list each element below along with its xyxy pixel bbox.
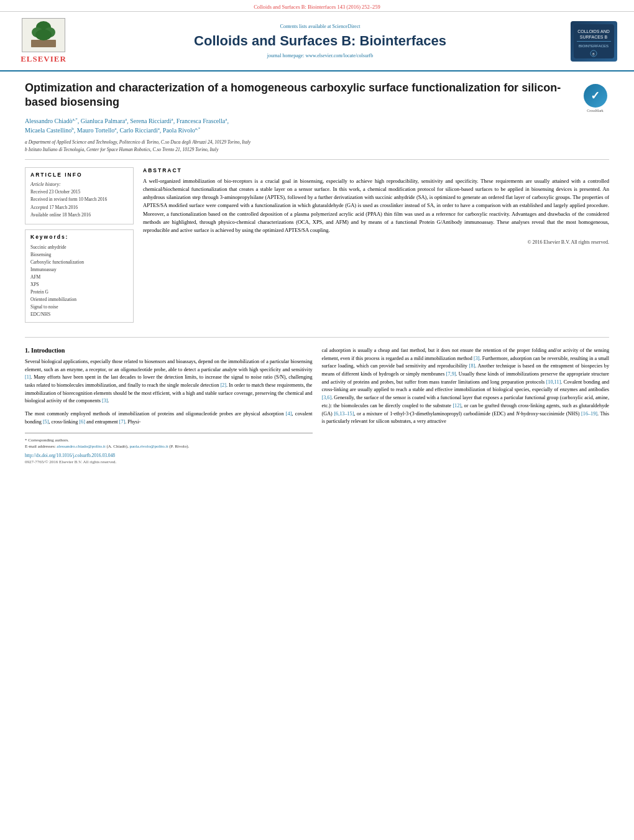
ref-1: [1]	[25, 374, 31, 380]
journal-title: Colloids and Surfaces B: Biointerfaces	[87, 33, 553, 49]
keyword-1: Succinic anhydride	[30, 244, 128, 251]
keywords-label: Keywords:	[30, 234, 128, 240]
content-right: cal adsorption is usually a cheap and fa…	[322, 347, 610, 464]
ref-61315: [6,13–15]	[334, 411, 354, 417]
svg-text:BIOINTERFACES: BIOINTERFACES	[578, 44, 608, 48]
received-date: Received 23 October 2015	[30, 189, 128, 196]
title-section: Optimization and characterization of a h…	[25, 81, 609, 160]
available-date: Available online 18 March 2016	[30, 212, 128, 219]
title-content: Optimization and characterization of a h…	[25, 81, 572, 153]
ref-4: [4]	[286, 411, 292, 417]
main-content: 1. Introduction Several biological appli…	[25, 347, 609, 464]
email-1[interactable]: alessandro.chiado@polito.it	[57, 444, 105, 449]
ref-1619: [16–19]	[581, 411, 597, 417]
article-info-column: ARTICLE INFO Article history: Received 2…	[25, 167, 134, 328]
affiliation-a: a Department of Applied Science and Tech…	[25, 139, 572, 145]
keyword-3: Carboxylic functionalization	[30, 259, 128, 266]
crossmark-icon: ✓	[584, 84, 607, 108]
ref-12: [12]	[453, 403, 461, 408]
intro-heading: 1. Introduction	[25, 347, 313, 354]
keywords-box: Keywords: Succinic anhydride Biosensing …	[25, 229, 134, 323]
sciencedirect-link[interactable]: ScienceDirect	[333, 24, 361, 29]
ref-79: [7,9]	[446, 371, 456, 377]
article-info-abstract-section: ARTICLE INFO Article history: Received 2…	[25, 167, 609, 338]
doi-line[interactable]: http://dx.doi.org/10.1016/j.colsurfb.201…	[25, 453, 313, 458]
email-note: E-mail addresses: alessandro.chiado@poli…	[25, 443, 313, 450]
article-body: Optimization and characterization of a h…	[0, 72, 634, 477]
article-info-box: ARTICLE INFO Article history: Received 2…	[25, 167, 134, 224]
svg-rect-0	[31, 40, 56, 47]
svg-rect-9	[577, 41, 611, 42]
svg-text:COLLOIDS AND: COLLOIDS AND	[577, 29, 610, 34]
journal-logo-box: COLLOIDS AND SURFACES B BIOINTERFACES B	[571, 21, 617, 62]
elsevier-tree-icon	[22, 18, 65, 52]
journal-header: ELSEVIER Contents lists available at Sci…	[0, 12, 634, 72]
ref-6: [6]	[79, 419, 85, 425]
elsevier-text: ELSEVIER	[21, 54, 67, 64]
abstract-text: A well-organized immobilization of bio-r…	[143, 177, 609, 234]
ref-3r: [3]	[474, 356, 480, 361]
ref-7: [7]	[119, 419, 126, 425]
keywords-list: Succinic anhydride Biosensing Carboxylic…	[30, 244, 128, 318]
article-title: Optimization and characterization of a h…	[25, 81, 572, 110]
ref-3: [3]	[102, 398, 108, 404]
journal-citation-bar: Colloids and Surfaces B: Biointerfaces 1…	[0, 0, 634, 12]
journal-citation: Colloids and Surfaces B: Biointerfaces 1…	[254, 4, 380, 10]
homepage-link[interactable]: www.elsevier.com/locate/colsurfb	[305, 53, 373, 58]
article-info-label: ARTICLE INFO	[30, 172, 128, 178]
keyword-7: Protein G	[30, 288, 128, 296]
crossmark-text: CrossMark	[587, 109, 604, 113]
accepted-date: Accepted 17 March 2016	[30, 205, 128, 211]
abstract-copyright: © 2016 Elsevier B.V. All rights reserved…	[143, 239, 609, 245]
elsevier-logo: ELSEVIER	[12, 18, 75, 64]
content-left: 1. Introduction Several biological appli…	[25, 347, 313, 464]
history-label: Article history:	[30, 182, 128, 187]
crossmark-badge: ✓ CrossMark	[581, 81, 609, 153]
keyword-9: Signal to noise	[30, 303, 128, 311]
sciencedirect-line: Contents lists available at ScienceDirec…	[87, 24, 553, 29]
ref-2: [2]	[220, 382, 226, 388]
abstract-label: ABSTRACT	[143, 167, 609, 173]
journal-header-center: Contents lists available at ScienceDirec…	[75, 24, 566, 58]
keyword-10: EDC/NHS	[30, 311, 128, 318]
svg-text:SURFACES B: SURFACES B	[579, 35, 607, 39]
intro-paragraph-2: The most commonly employed methods of im…	[25, 410, 313, 426]
intro-paragraph-1: Several biological applications, especia…	[25, 358, 313, 405]
keyword-2: Biosensing	[30, 251, 128, 259]
journal-right-logo: COLLOIDS AND SURFACES B BIOINTERFACES B	[566, 21, 622, 62]
svg-point-5	[35, 29, 52, 40]
copyright-footer: 0927-7765/© 2016 Elsevier B.V. All right…	[25, 459, 313, 464]
footnotes-section: * Corresponding authors. E-mail addresse…	[25, 433, 313, 464]
journal-homepage: journal homepage: www.elsevier.com/locat…	[87, 53, 553, 58]
corresponding-note: * Corresponding authors.	[25, 437, 313, 444]
keyword-5: AFM	[30, 274, 128, 281]
affiliations: a Department of Applied Science and Tech…	[25, 139, 572, 153]
ref-36: [3,6]	[322, 395, 332, 400]
affiliation-b: b Istituto Italiano di Tecnologia, Cente…	[25, 146, 572, 153]
keyword-4: Immunoassay	[30, 266, 128, 274]
ref-5: [5]	[43, 419, 49, 425]
revised-date: Received in revised form 10 March 2016	[30, 196, 128, 203]
authors-line: Alessandro Chiadòa,*, Gianluca Palmaraa,…	[25, 116, 572, 136]
right-paragraph-1: cal adsorption is usually a cheap and fa…	[322, 347, 610, 426]
keyword-8: Oriented immobilization	[30, 296, 128, 303]
email-2[interactable]: paola.rivolo@polito.it	[129, 444, 168, 449]
ref-8: [8]	[469, 363, 476, 369]
ref-1011: [10,11]	[546, 379, 561, 385]
abstract-column: ABSTRACT A well-organized immobilization…	[143, 167, 609, 328]
keyword-6: XPS	[30, 281, 128, 288]
